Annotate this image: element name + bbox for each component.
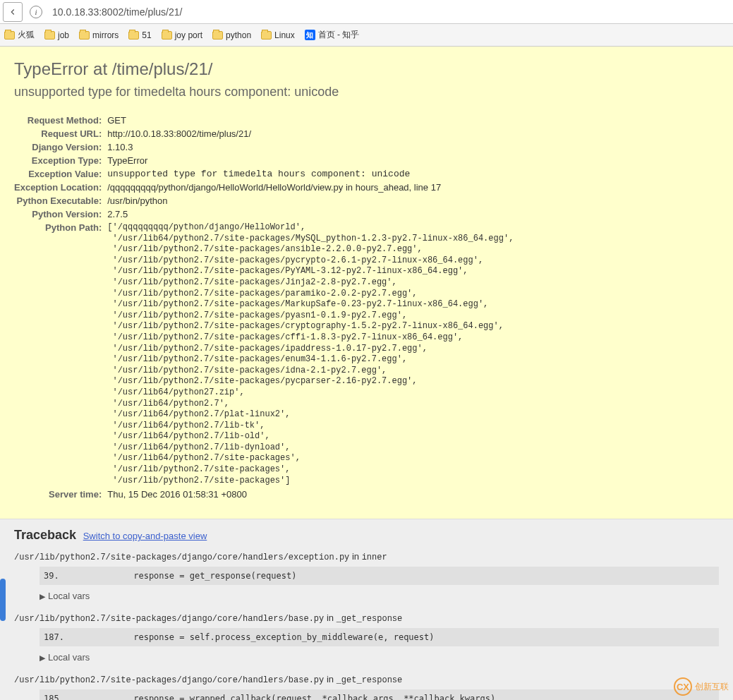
summary-value: Thu, 15 Dec 2016 01:58:31 +0800 bbox=[107, 488, 514, 501]
frame-in: in bbox=[327, 674, 334, 684]
code-context[interactable]: 185. response = wrapped_callback(request… bbox=[40, 689, 719, 700]
bookmark-item[interactable]: job bbox=[44, 30, 69, 40]
zhihu-icon: 知 bbox=[305, 30, 315, 40]
error-summary: TypeError at /time/plus/21/ unsupported … bbox=[0, 47, 733, 519]
line-number: 187. bbox=[44, 632, 128, 642]
bookmark-item[interactable]: joy port bbox=[162, 30, 202, 40]
line-number: 185. bbox=[44, 694, 128, 700]
error-title: TypeError at /time/plus/21/ bbox=[14, 59, 719, 79]
python-path-pre: ['/qqqqqqqqq/python/django/HelloWorld', … bbox=[107, 222, 514, 486]
summary-value: GET bbox=[107, 114, 514, 127]
frame-in: in bbox=[327, 612, 334, 623]
line-number: 39. bbox=[44, 571, 128, 581]
summary-value: /qqqqqqqqq/python/django/HelloWorld/Hell… bbox=[107, 181, 514, 194]
browser-address-bar: i bbox=[0, 0, 733, 24]
summary-value: http://10.0.18.33:8002/time/plus/21/ bbox=[107, 127, 514, 140]
scrollbar-thumb[interactable] bbox=[0, 579, 6, 621]
triangle-right-icon: ▶ bbox=[40, 592, 45, 601]
bookmark-label: job bbox=[58, 30, 69, 40]
bookmark-label: Linux bbox=[274, 30, 295, 40]
folder-icon bbox=[162, 31, 172, 40]
folder-icon bbox=[79, 31, 90, 40]
code-line: response = get_response(request) bbox=[128, 571, 296, 581]
summary-value: 1.10.3 bbox=[107, 140, 514, 154]
summary-value: /usr/bin/python bbox=[107, 194, 514, 207]
traceback-frame: /usr/lib/python2.7/site-packages/django/… bbox=[14, 674, 719, 700]
folder-icon bbox=[44, 31, 55, 40]
bookmark-label: 首页 - 知乎 bbox=[318, 29, 360, 41]
summary-label: Exception Value: bbox=[14, 167, 107, 181]
bookmark-item[interactable]: 51 bbox=[128, 30, 151, 40]
bookmark-item-zhihu[interactable]: 知首页 - 知乎 bbox=[305, 29, 360, 41]
bookmark-item[interactable]: python bbox=[212, 30, 251, 40]
code-context[interactable]: 39. response = get_response(request) bbox=[40, 567, 719, 585]
local-vars-label: Local vars bbox=[48, 591, 90, 601]
summary-label: Django Version: bbox=[14, 140, 107, 154]
summary-value: TypeError bbox=[107, 154, 514, 167]
code-context[interactable]: 187. response = self.process_exception_b… bbox=[40, 628, 719, 646]
bookmarks-toolbar: 火狐 job mirrors 51 joy port python Linux … bbox=[0, 24, 733, 47]
traceback-frame: /usr/lib/python2.7/site-packages/django/… bbox=[14, 612, 719, 663]
traceback-frame: /usr/lib/python2.7/site-packages/django/… bbox=[14, 551, 719, 601]
frame-file: /usr/lib/python2.7/site-packages/django/… bbox=[14, 675, 324, 685]
local-vars-toggle[interactable]: ▶Local vars bbox=[40, 591, 719, 601]
frame-func: _get_response bbox=[337, 675, 403, 685]
traceback-heading: Traceback bbox=[14, 528, 76, 542]
frame-func: inner bbox=[362, 553, 387, 562]
folder-icon bbox=[212, 31, 223, 40]
watermark-text: 创新互联 bbox=[695, 681, 729, 693]
bookmark-label: joy port bbox=[175, 30, 202, 40]
code-line: response = self.process_exception_by_mid… bbox=[128, 632, 434, 642]
summary-label: Exception Type: bbox=[14, 154, 107, 167]
frame-in: in bbox=[352, 551, 359, 562]
summary-value: ['/qqqqqqqqq/python/django/HelloWorld', … bbox=[107, 221, 514, 488]
bookmark-label: mirrors bbox=[92, 30, 119, 40]
frame-file: /usr/lib/python2.7/site-packages/django/… bbox=[14, 553, 349, 562]
summary-label: Server time: bbox=[14, 488, 107, 501]
arrow-left-icon bbox=[8, 7, 18, 17]
summary-label: Request Method: bbox=[14, 114, 107, 127]
summary-value: 2.7.5 bbox=[107, 207, 514, 221]
summary-label: Python Executable: bbox=[14, 194, 107, 207]
local-vars-toggle[interactable]: ▶Local vars bbox=[40, 652, 719, 663]
bookmark-label: 51 bbox=[142, 30, 151, 40]
bookmark-label: 火狐 bbox=[18, 29, 35, 41]
watermark: CX 创新互联 bbox=[674, 677, 729, 696]
error-subtitle: unsupported type for timedelta hours com… bbox=[14, 85, 719, 99]
summary-label: Python Path: bbox=[14, 221, 107, 488]
bookmark-item[interactable]: Linux bbox=[261, 30, 295, 40]
info-icon[interactable]: i bbox=[30, 6, 42, 18]
bookmark-item[interactable]: 火狐 bbox=[4, 29, 35, 41]
local-vars-label: Local vars bbox=[48, 652, 90, 663]
bookmark-item[interactable]: mirrors bbox=[79, 30, 119, 40]
frame-func: _get_response bbox=[337, 614, 403, 624]
folder-icon bbox=[4, 31, 15, 40]
switch-view-link[interactable]: Switch to copy-and-paste view bbox=[83, 531, 207, 541]
back-button[interactable] bbox=[3, 2, 23, 22]
traceback-section: Traceback Switch to copy-and-paste view … bbox=[0, 519, 733, 700]
url-input[interactable] bbox=[49, 3, 730, 21]
folder-icon bbox=[261, 31, 272, 40]
summary-label: Python Version: bbox=[14, 207, 107, 221]
summary-table: Request Method:GET Request URL:http://10… bbox=[14, 114, 514, 501]
summary-label: Exception Location: bbox=[14, 181, 107, 194]
summary-label: Request URL: bbox=[14, 127, 107, 140]
triangle-right-icon: ▶ bbox=[40, 653, 45, 663]
bookmark-label: python bbox=[226, 30, 251, 40]
watermark-logo-icon: CX bbox=[674, 677, 692, 696]
summary-value: unsupported type for timedelta hours com… bbox=[107, 167, 514, 181]
code-line: response = wrapped_callback(request, *ca… bbox=[128, 694, 495, 700]
frame-file: /usr/lib/python2.7/site-packages/django/… bbox=[14, 614, 324, 624]
folder-icon bbox=[128, 31, 139, 40]
